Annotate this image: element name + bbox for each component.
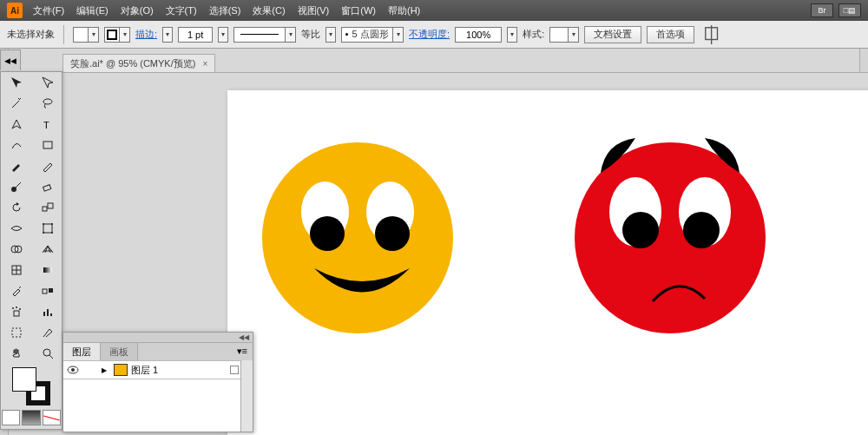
slice-tool[interactable] (32, 322, 63, 343)
tab-layers[interactable]: 图层 (63, 343, 101, 360)
blend-tool[interactable] (32, 280, 63, 301)
panel-drag-handle[interactable]: ◀◀ (63, 333, 253, 343)
layers-panel: ◀◀ 图层 画板 ▾≡ ▶ 图层 1 (62, 332, 253, 432)
artboard[interactable] (227, 90, 868, 435)
stroke-down[interactable]: ▾ (162, 27, 173, 43)
ratio-dd[interactable]: ▾ (326, 27, 336, 43)
eyedropper-tool[interactable] (1, 280, 32, 301)
align-icon[interactable] (703, 28, 722, 42)
panel-scrollbar[interactable] (240, 360, 253, 432)
direct-selection-tool[interactable] (32, 72, 63, 93)
tab-artboards[interactable]: 画板 (101, 343, 138, 360)
color-mode[interactable] (2, 410, 20, 425)
pen-tool[interactable] (1, 114, 32, 135)
svg-point-13 (51, 232, 53, 234)
menu-file[interactable]: 文件(F) (31, 3, 66, 19)
menu-view[interactable]: 视图(V) (296, 3, 332, 19)
stroke-dropdown[interactable]: ▾ (120, 27, 130, 43)
magic-wand-tool[interactable] (1, 93, 32, 114)
hand-tool[interactable] (1, 343, 32, 364)
svg-rect-27 (12, 328, 21, 337)
visibility-icon[interactable] (63, 366, 82, 374)
scale-tool[interactable] (32, 197, 63, 218)
none-mode[interactable] (43, 410, 61, 425)
bridge-button[interactable]: Br (811, 3, 833, 17)
stroke-swatch[interactable] (104, 27, 120, 43)
gradient-mode[interactable] (22, 410, 40, 425)
angry-face[interactable] (575, 142, 766, 333)
zoom-tool[interactable] (32, 343, 63, 364)
stroke-label[interactable]: 描边: (135, 28, 157, 41)
width-tool[interactable] (1, 218, 32, 239)
type-tool[interactable]: T (32, 114, 63, 135)
svg-rect-8 (48, 203, 53, 208)
menu-type[interactable]: 文字(T) (164, 3, 199, 19)
layer-thumbnail (114, 364, 128, 376)
stroke-profile[interactable] (233, 27, 286, 43)
document-tab[interactable]: 笑脸.ai* @ 95% (CMYK/预览) × (62, 54, 215, 72)
lasso-tool[interactable] (32, 93, 63, 114)
expand-triangle-icon[interactable]: ▶ (98, 366, 110, 374)
selection-tool[interactable] (1, 72, 32, 93)
line-tool[interactable] (1, 135, 32, 155)
free-transform-tool[interactable] (32, 218, 63, 239)
brush-box[interactable]: 5 点圆形 (341, 27, 393, 43)
svg-text:T: T (43, 120, 49, 130)
eraser-tool[interactable] (32, 176, 63, 197)
blob-brush-tool[interactable] (1, 176, 32, 197)
close-tab-icon[interactable]: × (202, 59, 207, 69)
shape-builder-tool[interactable] (1, 239, 32, 260)
gradient-tool[interactable] (32, 260, 63, 280)
menu-help[interactable]: 帮助(H) (386, 3, 422, 19)
preferences-button[interactable]: 首选项 (647, 26, 694, 43)
brush-dd[interactable]: ▾ (393, 27, 404, 43)
style-label: 样式: (523, 28, 544, 41)
mesh-tool[interactable] (1, 260, 32, 280)
panel-menu-icon[interactable]: ▾≡ (232, 343, 253, 360)
opacity-dd[interactable]: ▾ (507, 27, 517, 43)
menu-window[interactable]: 窗口(W) (339, 3, 378, 19)
rotate-tool[interactable] (1, 197, 32, 218)
opacity-input[interactable] (455, 27, 502, 43)
svg-point-31 (71, 368, 75, 372)
layer-row[interactable]: ▶ 图层 1 (63, 360, 253, 379)
svg-point-10 (43, 223, 44, 225)
happy-face[interactable] (262, 142, 453, 333)
svg-line-29 (49, 355, 53, 359)
layer-target-icon[interactable] (230, 366, 239, 374)
svg-rect-6 (43, 185, 51, 191)
pencil-tool[interactable] (32, 155, 63, 176)
opacity-label[interactable]: 不透明度: (409, 28, 450, 41)
style-swatch[interactable] (549, 27, 569, 43)
document-setup-button[interactable]: 文档设置 (584, 26, 641, 43)
rectangle-tool[interactable] (32, 135, 63, 155)
fill-dropdown[interactable]: ▾ (89, 27, 99, 43)
stroke-profile-dd[interactable]: ▾ (286, 27, 296, 43)
fill-swatch[interactable] (73, 27, 89, 43)
symbol-sprayer-tool[interactable] (1, 301, 32, 322)
column-graph-tool[interactable] (32, 301, 63, 322)
svg-rect-18 (43, 289, 47, 293)
menu-object[interactable]: 对象(O) (119, 3, 155, 19)
toolbox-collapse[interactable]: ◀◀ (0, 49, 21, 70)
artboard-tool[interactable] (1, 322, 32, 343)
paintbrush-tool[interactable] (1, 155, 32, 176)
fill-color[interactable] (12, 367, 36, 392)
svg-rect-20 (14, 311, 19, 316)
svg-rect-26 (50, 313, 52, 316)
document-tab-title: 笑脸.ai* @ 95% (CMYK/预览) (70, 57, 195, 70)
stroke-up[interactable]: ▾ (218, 27, 228, 43)
fill-stroke-swatch[interactable] (12, 367, 50, 405)
ratio-label: 等比 (301, 28, 320, 41)
options-bar: 未选择对象 ▾ ▾ 描边: ▾ ▾ ▾ 等比 ▾ 5 点圆形 ▾ 不透明度: ▾… (0, 21, 868, 49)
layer-name[interactable]: 图层 1 (131, 364, 158, 377)
svg-point-11 (51, 223, 53, 225)
perspective-grid-tool[interactable] (32, 239, 63, 260)
menu-effect[interactable]: 效果(C) (251, 3, 286, 19)
menu-select[interactable]: 选择(S) (207, 3, 243, 19)
arrange-button[interactable]: □▤ (838, 3, 861, 17)
style-dd[interactable]: ▾ (569, 27, 579, 43)
stroke-weight-input[interactable] (178, 27, 213, 43)
svg-rect-24 (43, 312, 45, 316)
menu-edit[interactable]: 编辑(E) (75, 3, 110, 19)
